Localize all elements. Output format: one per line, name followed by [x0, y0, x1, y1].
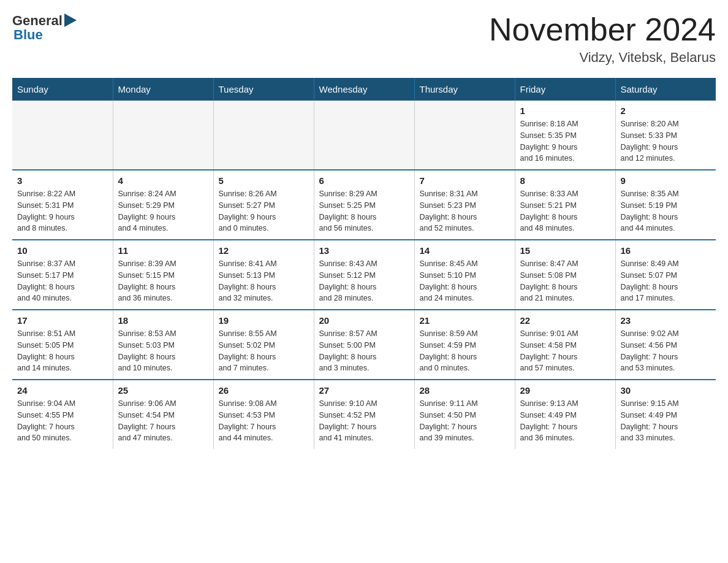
logo-arrow-icon [64, 13, 77, 27]
calendar-cell: 28Sunrise: 9:11 AM Sunset: 4:50 PM Dayli… [414, 380, 515, 449]
day-info: Sunrise: 9:08 AM Sunset: 4:53 PM Dayligh… [219, 398, 309, 444]
day-info: Sunrise: 8:22 AM Sunset: 5:31 PM Dayligh… [17, 188, 108, 234]
day-number: 24 [17, 385, 108, 396]
day-info: Sunrise: 8:53 AM Sunset: 5:03 PM Dayligh… [118, 328, 208, 374]
day-number: 5 [219, 175, 309, 186]
calendar-cell: 27Sunrise: 9:10 AM Sunset: 4:52 PM Dayli… [314, 380, 414, 449]
calendar-cell [213, 101, 314, 170]
calendar-cell: 20Sunrise: 8:57 AM Sunset: 5:00 PM Dayli… [314, 310, 414, 380]
location-subtitle: Vidzy, Vitebsk, Belarus [489, 50, 716, 66]
calendar-cell: 16Sunrise: 8:49 AM Sunset: 5:07 PM Dayli… [615, 240, 716, 310]
day-info: Sunrise: 9:13 AM Sunset: 4:49 PM Dayligh… [520, 398, 610, 444]
day-number: 4 [118, 175, 208, 186]
calendar-cell: 14Sunrise: 8:45 AM Sunset: 5:10 PM Dayli… [414, 240, 515, 310]
weekday-header-friday: Friday [515, 78, 615, 101]
month-title: November 2024 [489, 12, 716, 47]
day-number: 20 [319, 315, 409, 326]
day-number: 1 [520, 105, 610, 116]
calendar-cell: 10Sunrise: 8:37 AM Sunset: 5:17 PM Dayli… [12, 240, 113, 310]
calendar-cell: 6Sunrise: 8:29 AM Sunset: 5:25 PM Daylig… [314, 170, 414, 240]
day-number: 6 [319, 175, 409, 186]
day-number: 27 [319, 385, 409, 396]
calendar-cell: 21Sunrise: 8:59 AM Sunset: 4:59 PM Dayli… [414, 310, 515, 380]
calendar-cell: 25Sunrise: 9:06 AM Sunset: 4:54 PM Dayli… [113, 380, 213, 449]
day-number: 29 [520, 385, 610, 396]
day-info: Sunrise: 8:49 AM Sunset: 5:07 PM Dayligh… [621, 258, 711, 304]
day-number: 21 [420, 315, 510, 326]
day-number: 25 [118, 385, 208, 396]
day-info: Sunrise: 8:57 AM Sunset: 5:00 PM Dayligh… [319, 328, 409, 374]
calendar-cell: 9Sunrise: 8:35 AM Sunset: 5:19 PM Daylig… [615, 170, 716, 240]
calendar-cell: 5Sunrise: 8:26 AM Sunset: 5:27 PM Daylig… [213, 170, 314, 240]
calendar-cell: 18Sunrise: 8:53 AM Sunset: 5:03 PM Dayli… [113, 310, 213, 380]
day-info: Sunrise: 8:24 AM Sunset: 5:29 PM Dayligh… [118, 188, 208, 234]
calendar-cell: 8Sunrise: 8:33 AM Sunset: 5:21 PM Daylig… [515, 170, 615, 240]
day-info: Sunrise: 8:26 AM Sunset: 5:27 PM Dayligh… [219, 188, 309, 234]
day-info: Sunrise: 8:33 AM Sunset: 5:21 PM Dayligh… [520, 188, 610, 234]
calendar-cell: 24Sunrise: 9:04 AM Sunset: 4:55 PM Dayli… [12, 380, 113, 449]
calendar-cell [12, 101, 113, 170]
calendar-cell [113, 101, 213, 170]
calendar-cell: 15Sunrise: 8:47 AM Sunset: 5:08 PM Dayli… [515, 240, 615, 310]
calendar-week-row: 3Sunrise: 8:22 AM Sunset: 5:31 PM Daylig… [12, 170, 716, 240]
calendar-week-row: 1Sunrise: 8:18 AM Sunset: 5:35 PM Daylig… [12, 101, 716, 170]
logo[interactable]: General Blue [12, 12, 77, 43]
day-number: 8 [520, 175, 610, 186]
day-number: 22 [520, 315, 610, 326]
calendar-cell: 3Sunrise: 8:22 AM Sunset: 5:31 PM Daylig… [12, 170, 113, 240]
calendar-cell: 17Sunrise: 8:51 AM Sunset: 5:05 PM Dayli… [12, 310, 113, 380]
day-info: Sunrise: 9:04 AM Sunset: 4:55 PM Dayligh… [17, 398, 108, 444]
weekday-header-tuesday: Tuesday [213, 78, 314, 101]
day-info: Sunrise: 9:01 AM Sunset: 4:58 PM Dayligh… [520, 328, 610, 374]
calendar-cell: 23Sunrise: 9:02 AM Sunset: 4:56 PM Dayli… [615, 310, 716, 380]
day-number: 19 [219, 315, 309, 326]
calendar-cell [314, 101, 414, 170]
calendar-cell: 30Sunrise: 9:15 AM Sunset: 4:49 PM Dayli… [615, 380, 716, 449]
day-number: 18 [118, 315, 208, 326]
day-number: 3 [17, 175, 108, 186]
day-info: Sunrise: 9:11 AM Sunset: 4:50 PM Dayligh… [420, 398, 510, 444]
calendar-cell: 13Sunrise: 8:43 AM Sunset: 5:12 PM Dayli… [314, 240, 414, 310]
day-info: Sunrise: 8:37 AM Sunset: 5:17 PM Dayligh… [17, 258, 108, 304]
calendar-cell: 11Sunrise: 8:39 AM Sunset: 5:15 PM Dayli… [113, 240, 213, 310]
day-info: Sunrise: 9:02 AM Sunset: 4:56 PM Dayligh… [621, 328, 711, 374]
day-number: 2 [621, 105, 711, 116]
day-number: 9 [621, 175, 711, 186]
calendar-cell: 29Sunrise: 9:13 AM Sunset: 4:49 PM Dayli… [515, 380, 615, 449]
day-number: 30 [621, 385, 711, 396]
calendar-week-row: 10Sunrise: 8:37 AM Sunset: 5:17 PM Dayli… [12, 240, 716, 310]
day-info: Sunrise: 8:39 AM Sunset: 5:15 PM Dayligh… [118, 258, 208, 304]
calendar-cell: 7Sunrise: 8:31 AM Sunset: 5:23 PM Daylig… [414, 170, 515, 240]
calendar-cell: 12Sunrise: 8:41 AM Sunset: 5:13 PM Dayli… [213, 240, 314, 310]
calendar-cell: 4Sunrise: 8:24 AM Sunset: 5:29 PM Daylig… [113, 170, 213, 240]
calendar-week-row: 24Sunrise: 9:04 AM Sunset: 4:55 PM Dayli… [12, 380, 716, 449]
day-info: Sunrise: 8:35 AM Sunset: 5:19 PM Dayligh… [621, 188, 711, 234]
day-number: 15 [520, 245, 610, 256]
day-info: Sunrise: 9:15 AM Sunset: 4:49 PM Dayligh… [621, 398, 711, 444]
calendar-cell: 2Sunrise: 8:20 AM Sunset: 5:33 PM Daylig… [615, 101, 716, 170]
day-number: 23 [621, 315, 711, 326]
calendar-cell: 1Sunrise: 8:18 AM Sunset: 5:35 PM Daylig… [515, 101, 615, 170]
calendar-cell: 19Sunrise: 8:55 AM Sunset: 5:02 PM Dayli… [213, 310, 314, 380]
day-number: 28 [420, 385, 510, 396]
weekday-header-sunday: Sunday [12, 78, 113, 101]
day-info: Sunrise: 8:55 AM Sunset: 5:02 PM Dayligh… [219, 328, 309, 374]
weekday-header-wednesday: Wednesday [314, 78, 414, 101]
day-info: Sunrise: 8:45 AM Sunset: 5:10 PM Dayligh… [420, 258, 510, 304]
day-info: Sunrise: 8:43 AM Sunset: 5:12 PM Dayligh… [319, 258, 409, 304]
day-info: Sunrise: 8:59 AM Sunset: 4:59 PM Dayligh… [420, 328, 510, 374]
day-info: Sunrise: 9:06 AM Sunset: 4:54 PM Dayligh… [118, 398, 208, 444]
day-info: Sunrise: 8:29 AM Sunset: 5:25 PM Dayligh… [319, 188, 409, 234]
day-info: Sunrise: 8:18 AM Sunset: 5:35 PM Dayligh… [520, 118, 610, 164]
weekday-header-monday: Monday [113, 78, 213, 101]
svg-marker-0 [64, 13, 77, 27]
day-number: 17 [17, 315, 108, 326]
day-number: 14 [420, 245, 510, 256]
calendar-cell: 22Sunrise: 9:01 AM Sunset: 4:58 PM Dayli… [515, 310, 615, 380]
page-header: General Blue November 2024 Vidzy, Vitebs… [12, 12, 716, 66]
day-number: 12 [219, 245, 309, 256]
day-number: 11 [118, 245, 208, 256]
day-number: 7 [420, 175, 510, 186]
title-area: November 2024 Vidzy, Vitebsk, Belarus [489, 12, 716, 66]
calendar-cell [414, 101, 515, 170]
